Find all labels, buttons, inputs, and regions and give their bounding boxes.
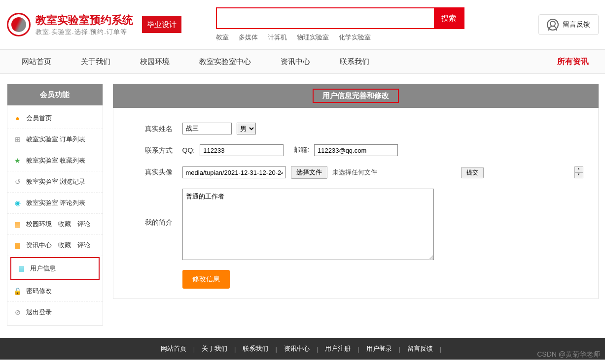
input-realname[interactable] xyxy=(182,123,232,134)
sidebar-icon: ★ xyxy=(13,156,22,165)
footer-link[interactable]: 用户登录 xyxy=(364,344,394,353)
sidebar-label: 教室实验室 浏览记录 xyxy=(26,177,86,186)
sidebar-icon: ⊞ xyxy=(13,135,22,144)
nav-item[interactable]: 网站首页 xyxy=(7,57,66,66)
sidebar-label: 资讯中心 收藏 评论 xyxy=(26,241,90,250)
sidebar-icon: ● xyxy=(13,114,22,123)
sidebar-label: 教室实验室 收藏列表 xyxy=(26,156,86,165)
avatar-submit-button[interactable]: 提交 xyxy=(461,167,484,178)
modify-button[interactable]: 修改信息 xyxy=(182,270,230,289)
sidebar-label: 密码修改 xyxy=(26,287,52,296)
search-tag[interactable]: 多媒体 xyxy=(239,33,258,42)
nav-item[interactable]: 资讯中心 xyxy=(266,57,325,66)
footer-link[interactable]: 网站首页 xyxy=(159,344,188,353)
sidebar-item[interactable]: ★教室实验室 收藏列表 xyxy=(7,150,103,171)
sidebar-item[interactable]: ▤校园环境 收藏 评论 xyxy=(7,214,103,235)
search-tag[interactable]: 教室 xyxy=(216,33,229,42)
sidebar-icon: ↺ xyxy=(13,177,22,186)
search-button[interactable]: 搜索 xyxy=(434,8,463,28)
site-title: 教室实验室预约系统 xyxy=(36,13,133,28)
label-intro: 我的简介 xyxy=(128,189,173,227)
footer-link[interactable]: 联系我们 xyxy=(241,344,270,353)
input-qq[interactable] xyxy=(200,144,284,156)
content-header: 用户信息完善和修改 xyxy=(113,84,599,108)
search-tag[interactable]: 物理实验室 xyxy=(297,33,329,42)
badge-graduation: 毕业设计 xyxy=(142,16,181,33)
nav-item[interactable]: 校园环境 xyxy=(125,57,184,66)
label-email: 邮箱: xyxy=(293,146,309,155)
sidebar-icon: ◉ xyxy=(13,199,22,207)
sidebar-label: 教室实验室 评论列表 xyxy=(26,199,86,207)
sidebar-label: 校园环境 收藏 评论 xyxy=(26,220,90,229)
nav-item[interactable]: 教室实验室中心 xyxy=(184,57,266,66)
footer-link[interactable]: 用户注册 xyxy=(323,344,353,353)
label-avatar: 真实头像 xyxy=(128,166,173,177)
separator: | xyxy=(312,345,323,353)
separator: | xyxy=(229,345,241,353)
content-title: 用户信息完善和修改 xyxy=(313,89,399,103)
label-contact: 联系方式 xyxy=(128,144,173,155)
sidebar-item[interactable]: 🔒密码修改 xyxy=(7,281,103,302)
watermark: CSDN @黄菊华老师 xyxy=(537,350,600,359)
textarea-intro[interactable] xyxy=(182,189,434,260)
sidebar-header: 会员功能 xyxy=(7,84,103,105)
sidebar-icon: ▤ xyxy=(13,241,22,250)
file-choose-button[interactable]: 选择文件 xyxy=(291,166,327,179)
search-input[interactable] xyxy=(217,8,434,28)
sidebar-item[interactable]: ▤资讯中心 收藏 评论 xyxy=(7,235,103,256)
separator: | xyxy=(188,345,200,353)
search-tag[interactable]: 化学实验室 xyxy=(339,33,371,42)
file-status-text: 未选择任何文件 xyxy=(332,168,377,177)
separator: | xyxy=(435,345,446,353)
search-tag[interactable]: 计算机 xyxy=(268,33,287,42)
sidebar-item[interactable]: ⊞教室实验室 订单列表 xyxy=(7,129,103,150)
search-box: 搜索 xyxy=(216,7,464,29)
feedback-button[interactable]: 留言反馈 xyxy=(538,14,599,35)
sidebar-item[interactable]: ⊘退出登录 xyxy=(7,302,103,323)
sidebar-icon: ▤ xyxy=(17,264,26,273)
feedback-label: 留言反馈 xyxy=(563,20,590,29)
sidebar-label: 会员首页 xyxy=(26,114,52,123)
sidebar-item[interactable]: ◉教室实验室 评论列表 xyxy=(7,193,103,214)
nav-item[interactable]: 关于我们 xyxy=(66,57,125,66)
logo-icon xyxy=(7,13,31,36)
sidebar-icon: ▤ xyxy=(13,220,22,229)
number-spinner[interactable]: ▲▼ xyxy=(574,166,583,178)
sidebar-item[interactable]: ↺教室实验室 浏览记录 xyxy=(7,171,103,193)
footer-link[interactable]: 关于我们 xyxy=(200,344,229,353)
site-subtitle: 教室.实验室.选择.预约.订单等 xyxy=(36,28,133,36)
footer-link[interactable]: 留言反馈 xyxy=(405,344,435,353)
logo[interactable]: 教室实验室预约系统 教室.实验室.选择.预约.订单等 xyxy=(7,13,133,36)
sidebar-label: 退出登录 xyxy=(26,308,52,317)
sidebar-label: 用户信息 xyxy=(30,264,56,273)
separator: | xyxy=(270,345,282,353)
label-qq: QQ: xyxy=(182,146,195,154)
nav-item[interactable]: 联系我们 xyxy=(325,57,384,66)
separator: | xyxy=(394,345,405,353)
input-email[interactable] xyxy=(314,144,398,156)
sidebar-label: 教室实验室 订单列表 xyxy=(26,135,86,144)
avatar-icon xyxy=(547,19,559,31)
select-gender[interactable]: 男 xyxy=(237,123,256,134)
label-realname: 真实姓名 xyxy=(128,123,173,133)
sidebar-icon: ⊘ xyxy=(13,308,22,317)
input-avatar-path[interactable] xyxy=(182,166,286,178)
sidebar-item[interactable]: ▤用户信息 xyxy=(10,257,100,280)
nav-all-news[interactable]: 所有资讯 xyxy=(557,57,599,67)
sidebar-item[interactable]: ●会员首页 xyxy=(7,108,103,129)
separator: | xyxy=(353,345,364,353)
footer-link[interactable]: 资讯中心 xyxy=(282,344,312,353)
sidebar-icon: 🔒 xyxy=(13,287,22,296)
